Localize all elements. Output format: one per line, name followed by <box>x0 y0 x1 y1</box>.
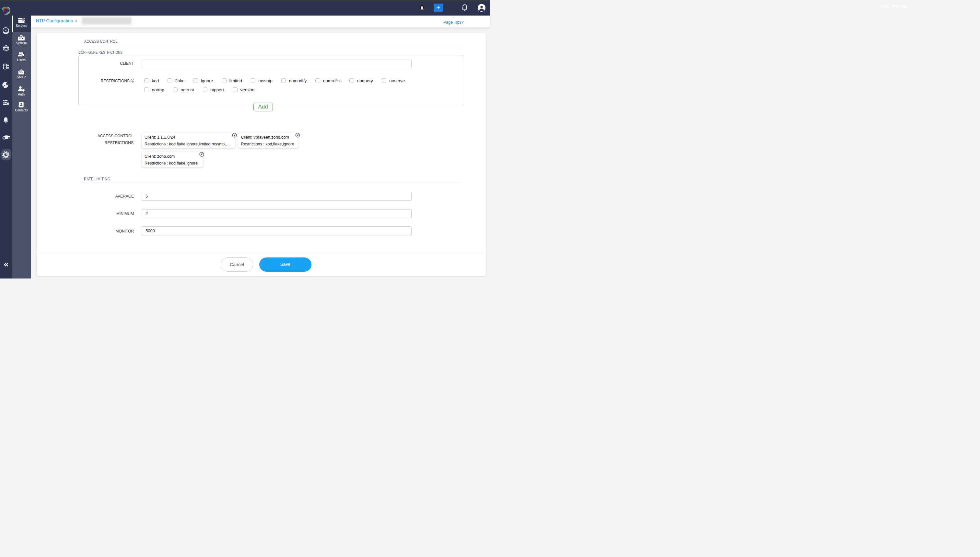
svg-text:?: ? <box>132 79 133 82</box>
svg-text:DNS: DNS <box>3 49 8 52</box>
